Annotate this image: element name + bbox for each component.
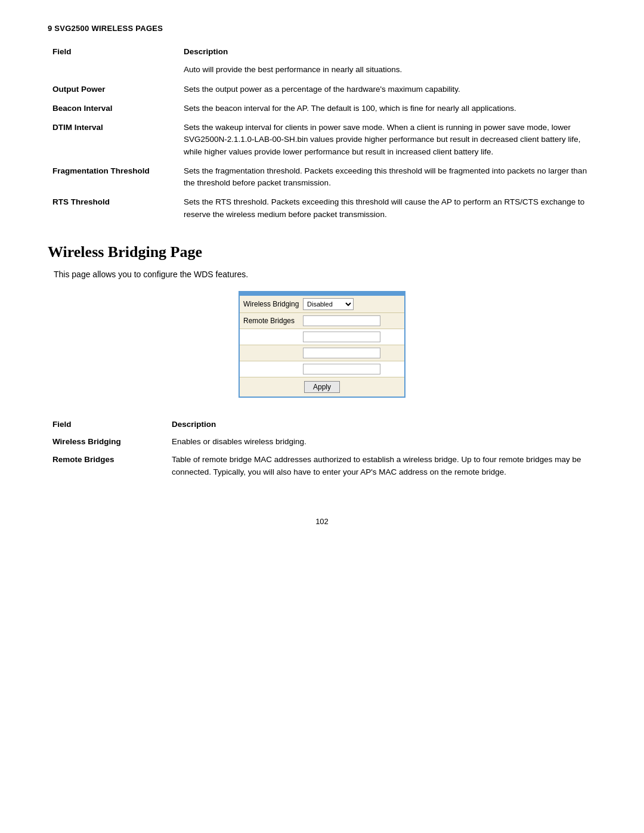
table-row: DTIM Interval Sets the wakeup interval f… [48,118,596,162]
wds-form: Wireless Bridging Disabled Enabled Remot… [239,291,405,398]
desc-cell: Sets the beacon interval for the AP. The… [179,99,596,118]
col2-header: Description [179,42,596,60]
desc-cell: Sets the fragmentation threshold. Packet… [179,162,596,193]
desc-cell: Auto will provide the best performance i… [179,60,596,79]
desc-cell: Table of remote bridge MAC addresses aut… [167,451,596,481]
lower-field-table: Field Description Wireless Bridging Enab… [48,416,596,481]
lower-col1-header: Field [48,416,167,433]
field-cell [48,60,179,79]
field-cell: Beacon Interval [48,99,179,118]
field-cell: Fragmentation Threshold [48,162,179,193]
remote-bridges-label: Remote Bridges [243,317,303,325]
desc-cell: Sets the RTS threshold. Packets exceedin… [179,193,596,224]
field-cell: Remote Bridges [48,451,167,481]
wireless-bridging-select[interactable]: Disabled Enabled [303,298,354,310]
wireless-bridging-label: Wireless Bridging [243,300,303,308]
wireless-bridging-page-title: Wireless Bridging Page [48,243,596,261]
remote-bridge-row-4 [240,361,404,377]
table-header-row: Field Description [48,42,596,60]
remote-bridge-input-4[interactable] [303,364,380,374]
table-row: RTS Threshold Sets the RTS threshold. Pa… [48,193,596,224]
col1-header: Field [48,42,179,60]
field-cell: Output Power [48,80,179,99]
table-row: Auto will provide the best performance i… [48,60,596,79]
desc-cell: Sets the output power as a percentage of… [179,80,596,99]
wds-form-container: Wireless Bridging Disabled Enabled Remot… [48,291,596,398]
remote-bridge-input-3[interactable] [303,348,380,358]
field-cell: RTS Threshold [48,193,179,224]
table-row: Wireless Bridging Enables or disables wi… [48,433,596,451]
remote-bridges-label-row: Remote Bridges [240,313,404,329]
page-number: 102 [48,517,596,526]
table-row: Remote Bridges Table of remote bridge MA… [48,451,596,481]
section-header: 9 SVG2500 WIRELESS PAGES [48,24,596,33]
apply-button-row: Apply [240,377,404,397]
remote-bridge-input-2[interactable] [303,332,380,342]
table-row: Fragmentation Threshold Sets the fragmen… [48,162,596,193]
desc-cell: Sets the wakeup interval for clients in … [179,118,596,162]
remote-bridge-row-2 [240,329,404,345]
lower-table-header-row: Field Description [48,416,596,433]
table-row: Output Power Sets the output power as a … [48,80,596,99]
desc-cell: Enables or disables wireless bridging. [167,433,596,451]
remote-bridge-row-3 [240,345,404,361]
field-cell: DTIM Interval [48,118,179,162]
lower-col2-header: Description [167,416,596,433]
apply-button[interactable]: Apply [304,381,340,393]
wireless-bridging-page-subtitle: This page allows you to configure the WD… [54,270,596,279]
field-cell: Wireless Bridging [48,433,167,451]
table-row: Beacon Interval Sets the beacon interval… [48,99,596,118]
top-field-table: Field Description Auto will provide the … [48,42,596,224]
remote-bridge-input-1[interactable] [303,315,380,326]
wireless-bridging-row: Wireless Bridging Disabled Enabled [240,296,404,313]
